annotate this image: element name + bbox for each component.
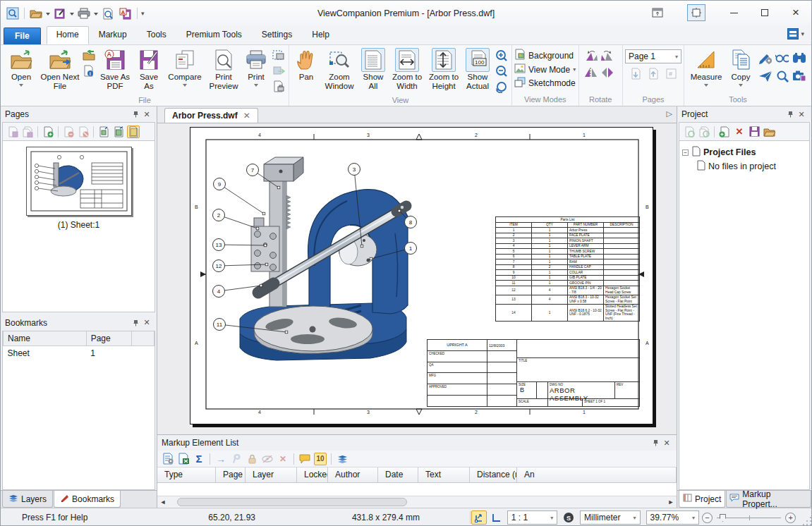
tab-help[interactable]: Help bbox=[302, 26, 339, 44]
flip-horizontal-icon[interactable] bbox=[600, 66, 614, 79]
tab-layers[interactable]: Layers bbox=[2, 491, 53, 508]
scroll-right-icon[interactable]: ► bbox=[665, 499, 677, 506]
document-tab[interactable]: Arbor Press.dwf ✕ bbox=[164, 108, 258, 123]
maximize-button[interactable] bbox=[749, 2, 780, 23]
tab-scroll-right-icon[interactable]: ▷ bbox=[667, 109, 672, 118]
view-mode-button[interactable]: View Mode ▾ bbox=[514, 63, 576, 75]
pen-settings-icon[interactable] bbox=[758, 51, 772, 64]
markup-col-page[interactable]: Page bbox=[216, 467, 246, 482]
bookmarks-col-name[interactable]: Name bbox=[4, 331, 87, 346]
print-button[interactable]: Print bbox=[242, 47, 270, 90]
tab-markup-properties[interactable]: Markup Propert... bbox=[726, 491, 811, 508]
minimize-button[interactable] bbox=[718, 2, 749, 23]
export-excel-icon[interactable] bbox=[177, 453, 190, 465]
zoom-out-button[interactable]: − bbox=[702, 513, 713, 523]
tab-file[interactable]: File bbox=[4, 27, 41, 44]
remove-all-pages-icon[interactable] bbox=[77, 126, 90, 138]
resize-grip[interactable] bbox=[801, 517, 811, 526]
lock-markup-icon[interactable] bbox=[246, 453, 258, 465]
pan-button[interactable]: Pan bbox=[291, 47, 321, 83]
zoom-previous-icon[interactable] bbox=[495, 80, 508, 93]
markup-count-badge[interactable]: 10 bbox=[314, 453, 327, 465]
pin-icon[interactable] bbox=[130, 109, 141, 120]
edit-markup-properties-icon[interactable] bbox=[230, 453, 243, 465]
save-as-pdf-button[interactable]: A Save As PDF bbox=[97, 47, 133, 92]
origin-corner-icon[interactable] bbox=[488, 510, 504, 525]
tab-project[interactable]: Project bbox=[679, 491, 725, 508]
scale-badge-icon[interactable]: S bbox=[561, 510, 576, 525]
close-icon[interactable]: ✕ bbox=[796, 109, 807, 120]
open-folder-icon[interactable] bbox=[28, 6, 44, 21]
snap-toggle-icon[interactable] bbox=[471, 510, 487, 525]
close-icon[interactable]: ✕ bbox=[661, 437, 672, 448]
previous-page-icon[interactable] bbox=[647, 67, 660, 80]
tab-settings[interactable]: Settings bbox=[252, 26, 302, 44]
fit-window-icon[interactable] bbox=[687, 4, 705, 21]
bookmark-row[interactable]: Sheet 1 bbox=[4, 345, 154, 360]
qat-more-caret[interactable]: ▾ bbox=[141, 10, 145, 17]
report-icon[interactable] bbox=[162, 453, 174, 465]
markup-col-date[interactable]: Date bbox=[378, 467, 418, 482]
print-dropdown-caret[interactable] bbox=[94, 13, 98, 18]
zoom-out-icon[interactable] bbox=[495, 64, 508, 78]
markup-layers-icon[interactable] bbox=[336, 453, 349, 465]
theme-style-button[interactable]: ▾ bbox=[787, 28, 804, 39]
zoom-slider-thumb[interactable] bbox=[720, 514, 726, 522]
tab-home[interactable]: Home bbox=[47, 26, 89, 44]
markup-hscrollbar[interactable]: ◄ ► bbox=[157, 496, 677, 507]
scroll-thumb[interactable] bbox=[177, 498, 407, 506]
pin-icon[interactable] bbox=[130, 317, 141, 329]
rotate-right-icon[interactable] bbox=[600, 49, 614, 63]
file-info-icon[interactable]: i bbox=[82, 64, 95, 78]
open-project-file-icon[interactable] bbox=[683, 126, 696, 138]
show-all-button[interactable]: Show All bbox=[358, 47, 389, 92]
open-next-file-button[interactable]: Open Next File bbox=[40, 47, 80, 92]
send-plane-icon[interactable] bbox=[758, 69, 772, 82]
edit-markup-icon[interactable] bbox=[52, 6, 68, 21]
hide-markup-icon[interactable] bbox=[261, 453, 274, 465]
save-all-pages-icon[interactable] bbox=[21, 126, 34, 138]
zoom-slider[interactable] bbox=[717, 513, 781, 522]
print-preview-button[interactable]: Print Preview bbox=[205, 47, 242, 92]
print-multi-icon[interactable] bbox=[272, 64, 285, 78]
print-icon[interactable] bbox=[76, 6, 92, 21]
sketchmode-button[interactable]: Sketchmode bbox=[514, 77, 576, 90]
export-pdf-icon[interactable]: A bbox=[118, 6, 133, 21]
thumbnail-medium-icon[interactable] bbox=[112, 126, 125, 138]
pin-window-icon[interactable] bbox=[642, 2, 673, 23]
binoculars-icon[interactable] bbox=[792, 51, 806, 64]
tab-bookmarks[interactable]: Bookmarks bbox=[54, 491, 121, 508]
open-all-project-files-icon[interactable] bbox=[698, 126, 710, 138]
rotate-left-icon[interactable] bbox=[584, 49, 598, 63]
page-thumbnail[interactable] bbox=[26, 147, 132, 216]
markup-col-an[interactable]: An bbox=[517, 467, 677, 482]
tree-expander-icon[interactable]: − bbox=[682, 149, 689, 156]
background-button[interactable]: Background bbox=[514, 49, 574, 62]
unit-select[interactable]: Millimeter▾ bbox=[580, 510, 640, 525]
zoom-to-height-button[interactable]: Zoom to Height bbox=[425, 47, 462, 92]
import-folder-icon[interactable] bbox=[82, 49, 95, 62]
save-as-button[interactable]: Save As bbox=[133, 47, 164, 92]
thumbnail-small-icon[interactable] bbox=[97, 126, 110, 138]
show-actual-button[interactable]: 100 Show Actual bbox=[462, 47, 493, 92]
zoom-in-button[interactable]: + bbox=[785, 513, 796, 523]
close-button[interactable]: × bbox=[780, 2, 811, 23]
bookmarks-col-page[interactable]: Page bbox=[86, 331, 131, 346]
markup-list-body[interactable] bbox=[157, 483, 677, 496]
scroll-left-icon[interactable]: ◄ bbox=[157, 499, 169, 506]
remove-from-project-icon[interactable]: ✕ bbox=[733, 126, 746, 138]
drawing-canvas[interactable]: 4 3 2 1 4 3 2 1 B A B A bbox=[157, 123, 677, 434]
compare-button[interactable]: Compare bbox=[164, 47, 205, 90]
sum-icon[interactable]: Σ bbox=[193, 453, 205, 465]
close-tab-icon[interactable]: ✕ bbox=[243, 111, 250, 121]
pin-icon[interactable] bbox=[784, 109, 796, 120]
save-project-icon[interactable] bbox=[748, 126, 761, 138]
zoom-in-icon[interactable] bbox=[495, 49, 508, 62]
snapshot-icon[interactable] bbox=[792, 69, 806, 82]
zoom-level-select[interactable]: 39.77%▾ bbox=[646, 510, 700, 525]
measure-button[interactable]: Measure bbox=[686, 47, 726, 90]
open-button[interactable]: Open bbox=[3, 47, 40, 90]
copy-button[interactable]: Copy bbox=[726, 47, 756, 90]
zoom-window-button[interactable]: Zoom Window bbox=[321, 47, 358, 92]
markup-col-text[interactable]: Text bbox=[418, 467, 470, 482]
